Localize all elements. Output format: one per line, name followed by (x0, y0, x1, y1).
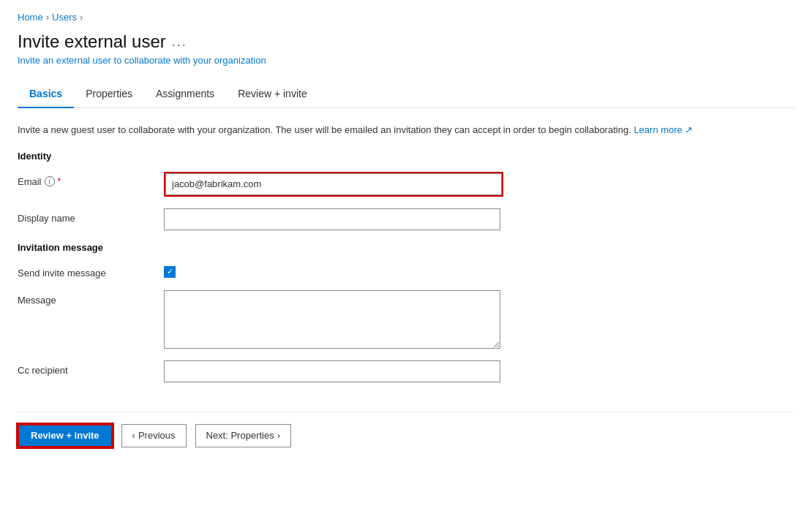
message-row: Message (18, 290, 794, 349)
tab-assignments[interactable]: Assignments (144, 80, 226, 108)
cc-recipient-label: Cc recipient (18, 360, 164, 376)
email-label: Email i * (18, 172, 164, 187)
cc-recipient-input[interactable] (164, 360, 500, 382)
next-label: Next: Properties (206, 430, 274, 441)
breadcrumb-sep2: › (80, 12, 83, 23)
email-input[interactable] (165, 173, 502, 195)
footer: Review + invite ‹ Previous Next: Propert… (18, 412, 794, 447)
cc-recipient-row: Cc recipient (18, 360, 794, 382)
learn-more-link[interactable]: Learn more ↗ (634, 124, 693, 135)
display-name-input[interactable] (164, 208, 500, 230)
email-required-star: * (58, 176, 61, 186)
description-text: Invite a new guest user to collaborate w… (18, 123, 794, 137)
tab-properties[interactable]: Properties (74, 80, 144, 108)
next-icon: › (277, 430, 280, 441)
send-invite-label: Send invite message (18, 263, 164, 279)
send-invite-checkbox-wrapper[interactable]: ✓ (164, 263, 176, 278)
previous-label: Previous (138, 430, 176, 441)
page-title: Invite external user (18, 31, 166, 52)
email-info-icon: i (45, 176, 55, 186)
breadcrumb-home[interactable]: Home (18, 12, 43, 23)
breadcrumb-sep1: › (46, 12, 49, 23)
review-invite-button[interactable]: Review + invite (18, 424, 113, 447)
previous-icon: ‹ (132, 430, 135, 441)
next-button[interactable]: Next: Properties › (195, 424, 292, 447)
tab-review[interactable]: Review + invite (226, 80, 319, 108)
display-name-row: Display name (18, 208, 794, 230)
send-invite-row: Send invite message ✓ (18, 263, 794, 279)
send-invite-checkbox[interactable]: ✓ (164, 266, 176, 278)
identity-section-title: Identity (18, 151, 794, 162)
breadcrumb-users[interactable]: Users (52, 12, 77, 23)
email-input-wrapper (164, 172, 503, 197)
previous-button[interactable]: ‹ Previous (121, 424, 187, 447)
page-subtitle: Invite an external user to collaborate w… (18, 55, 794, 66)
page-title-container: Invite external user ... (18, 31, 794, 52)
breadcrumb: Home › Users › (18, 12, 794, 23)
tab-bar: Basics Properties Assignments Review + i… (18, 80, 794, 108)
email-row: Email i * (18, 172, 794, 197)
message-textarea[interactable] (164, 290, 500, 349)
page-ellipsis: ... (172, 34, 187, 50)
checkbox-check-icon: ✓ (167, 268, 173, 276)
display-name-label: Display name (18, 208, 164, 224)
message-label: Message (18, 290, 164, 306)
invitation-section-title: Invitation message (18, 242, 794, 253)
tab-basics[interactable]: Basics (18, 80, 74, 108)
